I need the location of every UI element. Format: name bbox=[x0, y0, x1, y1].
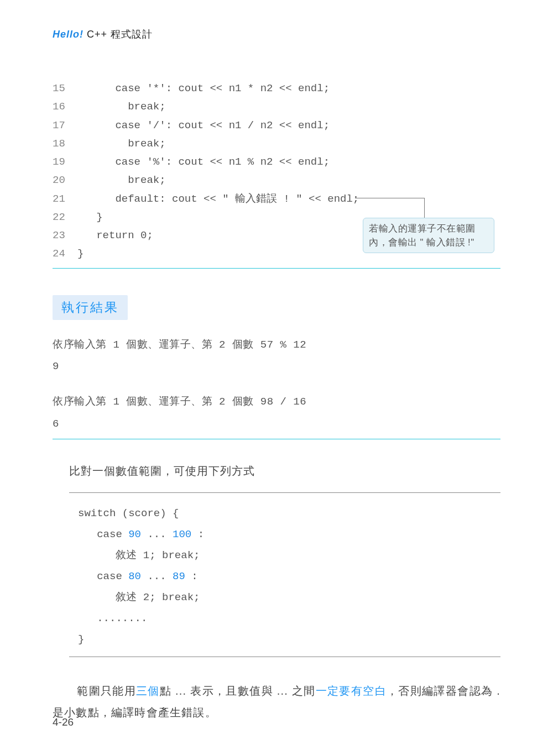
section-title-run-result: 執行結果 bbox=[53, 295, 128, 320]
line-number: 15 bbox=[53, 80, 77, 98]
code-text: break; bbox=[77, 171, 166, 190]
example-line: switch (score) { bbox=[78, 503, 495, 524]
example-code-block: switch (score) { case 90 ... 100 : 敘述 1;… bbox=[69, 492, 500, 657]
line-number: 23 bbox=[53, 227, 77, 245]
line-number: 22 bbox=[53, 208, 77, 227]
code-text: } bbox=[77, 245, 84, 263]
header-hello: Hello! bbox=[53, 29, 84, 40]
line-number: 20 bbox=[53, 171, 77, 190]
code-text: case '/': cout << n1 / n2 << endl; bbox=[77, 117, 330, 135]
code-text: break; bbox=[77, 98, 166, 116]
run-spacer bbox=[53, 378, 500, 391]
code-row: 18 break; bbox=[53, 135, 500, 153]
example-line: 敘述 1; break; bbox=[78, 545, 495, 566]
body-sentence: 比對一個數值範圍，可使用下列方式 bbox=[69, 460, 500, 481]
code-row: 20 break; bbox=[53, 171, 500, 190]
line-number: 21 bbox=[53, 190, 77, 208]
run-line: 依序輸入第 1 個數、運算子、第 2 個數 57 % 12 bbox=[53, 334, 500, 356]
code-text: break; bbox=[77, 135, 166, 153]
run-line: 6 bbox=[53, 413, 500, 435]
code-listing: 15 case '*': cout << n1 * n2 << endl; 16… bbox=[53, 80, 500, 269]
code-text: default: cout << " 輸入錯誤 ! " << endl; bbox=[77, 190, 359, 208]
code-row: 19 case '%': cout << n1 % n2 << endl; bbox=[53, 153, 500, 171]
header-title: C++ 程式設計 bbox=[84, 29, 153, 40]
code-text: return 0; bbox=[77, 227, 153, 245]
line-number: 18 bbox=[53, 135, 77, 153]
explanation-paragraph: 範圍只能用三個點 ... 表示，且數值與 ... 之間一定要有空白，否則編譯器會… bbox=[53, 680, 500, 723]
line-number: 17 bbox=[53, 117, 77, 135]
code-row: 16 break; bbox=[53, 98, 500, 116]
para-text: 點 ... 表示，且數值與 ... 之間 bbox=[160, 685, 316, 697]
code-row: 17 case '/': cout << n1 / n2 << endl; bbox=[53, 117, 500, 135]
example-line: } bbox=[78, 629, 495, 650]
para-highlight: 三個 bbox=[136, 685, 160, 697]
para-highlight: 一定要有空白 bbox=[316, 685, 387, 697]
code-row: 15 case '*': cout << n1 * n2 << endl; bbox=[53, 80, 500, 98]
line-number: 19 bbox=[53, 153, 77, 171]
example-line: case 90 ... 100 : bbox=[78, 524, 495, 545]
run-line: 9 bbox=[53, 356, 500, 378]
example-line: ........ bbox=[78, 608, 495, 629]
annotation-callout: 若輸入的運算子不在範圍內，會輸出 " 輸入錯誤 !" bbox=[363, 218, 494, 253]
code-text: case '%': cout << n1 % n2 << endl; bbox=[77, 153, 330, 171]
run-output-block: 依序輸入第 1 個數、運算子、第 2 個數 57 % 12 9 依序輸入第 1 … bbox=[53, 334, 500, 440]
page-number: 4-26 bbox=[53, 716, 74, 728]
code-text: } bbox=[77, 208, 103, 227]
code-text: case '*': cout << n1 * n2 << endl; bbox=[77, 80, 330, 98]
line-number: 24 bbox=[53, 245, 77, 263]
section-title-text: 執行結果 bbox=[61, 300, 119, 314]
line-number: 16 bbox=[53, 98, 77, 116]
para-text: 範圍只能用 bbox=[77, 685, 136, 697]
example-line: 敘述 2; break; bbox=[78, 587, 495, 608]
page-header: Hello! C++ 程式設計 bbox=[53, 28, 500, 41]
run-line: 依序輸入第 1 個數、運算子、第 2 個數 98 / 16 bbox=[53, 391, 500, 413]
example-line: case 80 ... 89 : bbox=[78, 566, 495, 587]
annotation-line-horizontal bbox=[355, 198, 424, 198]
code-row: 21 default: cout << " 輸入錯誤 ! " << endl; bbox=[53, 190, 500, 208]
